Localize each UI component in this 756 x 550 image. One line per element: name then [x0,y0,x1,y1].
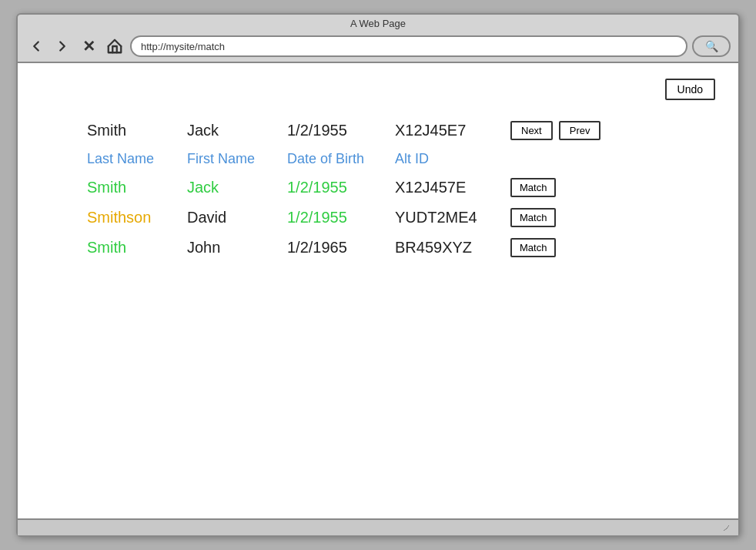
match1-dob: 1/2/1955 [287,179,395,196]
col-header-first-name: First Name [187,151,287,167]
match3-dob: 1/2/1965 [287,239,395,257]
match2-dob: 1/2/1955 [287,209,395,226]
match1-last-name: Smith [87,179,187,196]
main-alt-id: X12J45E7 [395,122,503,139]
browser-window: A Web Page ✕ 🔍 Undo [16,13,740,537]
match1-first-name: Jack [187,179,287,196]
match3-button[interactable]: Match [510,238,556,257]
nav-bar: ✕ 🔍 [18,31,738,62]
main-record-row: Smith Jack 1/2/1955 X12J45E7 Next Prev [87,121,715,140]
match1-alt-id: X12J457E [395,179,503,196]
column-headers: Last Name First Name Date of Birth Alt I… [87,151,715,167]
match-row-1: Smith Jack 1/2/1955 X12J457E Match [87,178,715,197]
match2-alt-id: YUDT2ME4 [395,209,503,226]
next-button[interactable]: Next [510,121,553,140]
col-header-alt-id: Alt ID [395,151,503,167]
match2-button[interactable]: Match [510,208,556,227]
prev-button[interactable]: Prev [559,121,601,140]
search-icon: 🔍 [705,40,718,52]
match3-alt-id: BR459XYZ [395,239,503,257]
match2-last-name: Smithson [87,209,187,226]
main-dob: 1/2/1955 [287,122,395,139]
content-area: Undo Smith Jack 1/2/1955 X12J45E7 Next P… [18,63,738,518]
match-row-3: Smith John 1/2/1965 BR459XYZ Match [87,238,715,257]
stop-button[interactable]: ✕ [78,35,99,57]
main-first-name: Jack [187,122,287,139]
address-bar[interactable] [130,35,687,57]
home-button[interactable] [104,35,125,57]
undo-button[interactable]: Undo [665,79,715,100]
col-header-last-name: Last Name [87,151,187,167]
back-button[interactable] [25,35,47,57]
resize-icon: ⟋ [721,521,732,534]
search-button[interactable]: 🔍 [692,35,731,57]
main-last-name: Smith [87,122,187,139]
match-row-2: Smithson David 1/2/1955 YUDT2ME4 Match [87,208,715,227]
col-header-dob: Date of Birth [287,151,395,167]
match3-last-name: Smith [87,239,187,257]
match3-first-name: John [187,239,287,257]
status-bar: ⟋ [18,518,738,535]
match1-button[interactable]: Match [510,178,556,197]
forward-button[interactable] [52,35,73,57]
browser-title: A Web Page [18,15,738,31]
record-nav-buttons: Next Prev [510,121,600,140]
match2-first-name: David [187,209,287,226]
